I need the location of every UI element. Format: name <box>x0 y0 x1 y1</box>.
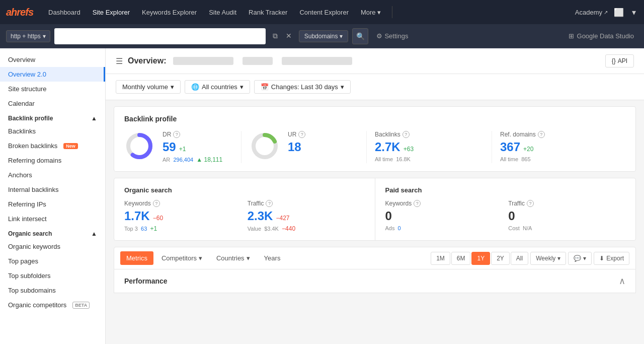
ur-donut-wrap: UR ? 18 <box>250 131 358 161</box>
dr-label: DR ? <box>163 131 222 138</box>
sidebar-section-backlink[interactable]: Backlink profile ▲ <box>0 111 105 124</box>
dr-metric: DR ? 59 +1 AR 296,404 ▲ 18,111 <box>124 131 242 163</box>
sidebar-item-broken-backlinks[interactable]: Broken backlinks New <box>0 139 105 153</box>
sidebar-item-anchors[interactable]: Anchors <box>0 168 105 182</box>
organic-kw-help[interactable]: ? <box>153 200 160 207</box>
countries-dropdown-icon: ▾ <box>247 254 250 262</box>
time-1y[interactable]: 1Y <box>471 252 490 265</box>
hamburger-icon[interactable]: ☰ <box>116 56 123 66</box>
url-search-input[interactable] <box>54 28 266 44</box>
all-countries-filter[interactable]: 🌐 All countries ▾ <box>185 80 250 94</box>
tabs-bar: Metrics Competitors ▾ Countries ▾ Years … <box>114 247 636 269</box>
organic-traffic-value: 2.3K <box>248 209 273 223</box>
search-button[interactable]: 🔍 <box>352 28 368 44</box>
organic-kw-value: 1.7K <box>124 209 150 223</box>
organic-value-change: −440 <box>282 225 295 232</box>
comment-button[interactable]: 💬 ▾ <box>568 252 592 265</box>
academy-link[interactable]: Academy ↗ <box>575 9 608 16</box>
time-1m[interactable]: 1M <box>431 252 450 265</box>
time-2y[interactable]: 2Y <box>491 252 510 265</box>
performance-collapse-btn[interactable]: ∧ <box>619 276 625 287</box>
nav-dashboard[interactable]: Dashboard <box>43 6 86 19</box>
settings-button[interactable]: ⚙ Settings <box>372 30 412 42</box>
top3-link[interactable]: 63 <box>141 226 147 232</box>
time-all[interactable]: All <box>511 252 528 265</box>
url-input-field[interactable] <box>58 32 262 40</box>
nav-more[interactable]: More ▾ <box>356 6 386 19</box>
organic-paid-row: Organic search Keywords ? 1.7K −60 Top 3… <box>114 178 636 241</box>
sidebar-item-organic-competitors[interactable]: Organic competitors BETA <box>0 298 105 312</box>
ref-domains-label: Ref. domains ? <box>500 131 617 138</box>
nav-keywords-explorer[interactable]: Keywords Explorer <box>137 6 202 19</box>
weekly-select[interactable]: Weekly ▾ <box>530 252 566 265</box>
ar-value-link[interactable]: 296,404 <box>173 157 193 163</box>
comment-icon: 💬 <box>574 255 581 262</box>
nav-rank-tracker[interactable]: Rank Tracker <box>244 6 292 19</box>
organic-kw-change: −60 <box>153 215 163 222</box>
nav-divider <box>392 6 392 18</box>
paid-kw-value: 0 <box>385 209 392 223</box>
changes-filter[interactable]: 📅 Changes: Last 30 days ▾ <box>254 80 351 94</box>
monthly-volume-filter[interactable]: Monthly volume ▾ <box>116 80 181 94</box>
google-data-studio-button[interactable]: ⊞ Google Data Studio <box>565 30 638 42</box>
ur-values: UR ? 18 <box>288 131 305 154</box>
weekly-dropdown-icon: ▾ <box>557 255 560 262</box>
nav-site-explorer[interactable]: Site Explorer <box>88 6 135 19</box>
tab-years[interactable]: Years <box>258 251 287 265</box>
ur-help-icon[interactable]: ? <box>298 131 305 138</box>
ref-domains-help-icon[interactable]: ? <box>538 131 545 138</box>
sidebar-item-overview2[interactable]: Overview 2.0 <box>0 67 105 82</box>
performance-section: Performance ∧ <box>114 269 636 293</box>
sidebar-item-link-intersect[interactable]: Link intersect <box>0 212 105 226</box>
main-layout: Overview Overview 2.0 Site structure Cal… <box>0 48 644 344</box>
ar-change: ▲ 18,111 <box>196 156 222 163</box>
backlinks-value: 2.7K <box>375 140 400 154</box>
sidebar-item-top-subdomains[interactable]: Top subdomains <box>0 283 105 298</box>
sidebar-item-organic-keywords[interactable]: Organic keywords <box>0 239 105 254</box>
paid-traffic-metric: Traffic ? 0 Cost N/A <box>508 200 625 231</box>
organic-traffic-label: Traffic ? <box>248 200 365 207</box>
logo[interactable]: ahrefs <box>6 7 33 18</box>
sidebar-item-top-pages[interactable]: Top pages <box>0 254 105 268</box>
paid-kw-label: Keywords ? <box>385 200 503 207</box>
paid-kw-help[interactable]: ? <box>414 200 421 207</box>
tab-competitors[interactable]: Competitors ▾ <box>155 251 208 265</box>
tab-countries[interactable]: Countries ▾ <box>210 251 256 265</box>
gds-icon: ⊞ <box>569 32 574 40</box>
organic-traffic-row: 2.3K −427 <box>248 209 365 223</box>
paid-traffic-help[interactable]: ? <box>527 200 534 207</box>
sidebar: Overview Overview 2.0 Site structure Cal… <box>0 48 106 344</box>
backlinks-help-icon[interactable]: ? <box>403 131 410 138</box>
tab-metrics[interactable]: Metrics <box>120 251 153 265</box>
paid-metrics-grid: Keywords ? 0 Ads 0 Traffic ? <box>385 200 626 231</box>
sidebar-section-organic[interactable]: Organic search ▲ <box>0 226 105 239</box>
nav-content-explorer[interactable]: Content Explorer <box>294 6 354 19</box>
nav-right: Academy ↗ ⬜ ▾ <box>575 6 638 19</box>
sidebar-item-site-structure[interactable]: Site structure <box>0 82 105 96</box>
export-button[interactable]: ⬇ Export <box>594 252 629 265</box>
open-in-new-icon[interactable]: ⧉ <box>270 30 281 42</box>
api-button[interactable]: {} API <box>605 54 634 67</box>
sidebar-item-backlinks[interactable]: Backlinks <box>0 124 105 139</box>
domain-blurred <box>173 57 233 65</box>
window-icon[interactable]: ⬜ <box>612 6 626 19</box>
time-6m[interactable]: 6M <box>451 252 471 265</box>
sidebar-item-calendar[interactable]: Calendar <box>0 96 105 111</box>
comment-dropdown-icon: ▾ <box>583 255 586 262</box>
dr-help-icon[interactable]: ? <box>173 131 180 138</box>
ref-domains-metric: Ref. domains ? 367 +20 All time 865 <box>500 131 625 163</box>
scope-select[interactable]: Subdomains ▾ <box>299 30 349 42</box>
sidebar-item-top-subfolders[interactable]: Top subfolders <box>0 268 105 283</box>
ur-value-row: 18 <box>288 140 305 154</box>
close-icon[interactable]: ✕ <box>283 30 295 42</box>
sidebar-item-referring-ips[interactable]: Referring IPs <box>0 197 105 212</box>
protocol-select[interactable]: http + https ▾ <box>6 30 50 42</box>
sidebar-item-referring-domains[interactable]: Referring domains <box>0 153 105 168</box>
nav-site-audit[interactable]: Site Audit <box>204 6 242 19</box>
organic-traffic-help[interactable]: ? <box>266 200 273 207</box>
sidebar-item-overview[interactable]: Overview <box>0 52 105 67</box>
domain-blurred-3 <box>282 57 352 65</box>
sidebar-item-internal-backlinks[interactable]: Internal backlinks <box>0 182 105 197</box>
chevron-down-icon[interactable]: ▾ <box>630 6 638 19</box>
organic-traffic-change: −427 <box>276 215 289 222</box>
